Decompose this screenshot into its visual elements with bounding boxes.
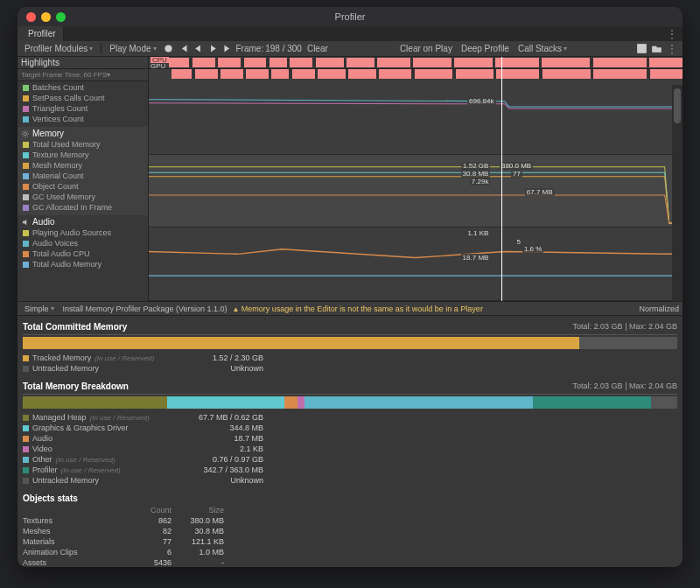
bar-segment[interactable] [579, 337, 677, 349]
load-button[interactable] [650, 42, 663, 55]
clear-on-play-toggle[interactable]: Clear on Play [396, 43, 456, 54]
row-value: Unknown [189, 476, 263, 485]
row-swatch [23, 415, 29, 421]
bar-segment[interactable] [298, 396, 304, 409]
legend-item[interactable]: Batches Count [21, 82, 148, 93]
legend-label: Vertices Count [32, 114, 84, 124]
legend-label: Playing Audio Sources [32, 228, 111, 238]
legend-swatch [23, 173, 29, 179]
titlebar[interactable]: Profiler [18, 7, 682, 26]
legend-item[interactable]: Object Count [21, 181, 148, 192]
row-swatch [23, 478, 29, 484]
legend-label: Total Used Memory [32, 139, 101, 150]
module-column: Highlights Target Frame Time: 60 FPS Bat… [18, 57, 149, 301]
legend-swatch [23, 184, 29, 190]
legend-swatch [23, 95, 29, 102]
bar-segment[interactable] [304, 396, 534, 409]
charts-area: Highlights Target Frame Time: 60 FPS Bat… [18, 57, 682, 302]
last-frame-button[interactable] [221, 42, 234, 55]
chart-column[interactable]: CPUGPU 696.84k [149, 57, 682, 301]
tab-menu-icon[interactable]: ⋮ [667, 28, 677, 40]
audio-chart[interactable]: 1.1 KB 5 1.6 % 18.7 MB [149, 228, 682, 301]
minimize-icon[interactable] [41, 12, 51, 22]
deep-profile-toggle[interactable]: Deep Profile [458, 43, 513, 54]
svg-point-3 [24, 132, 27, 136]
toolbar-menu-icon[interactable]: ⋮ [667, 43, 677, 55]
legend-item[interactable]: Mesh Memory [21, 160, 148, 171]
target-fps-dropdown[interactable]: Target Frame Time: 60 FPS [18, 69, 148, 81]
normalized-toggle[interactable]: Normalized [639, 304, 679, 313]
legend-swatch [23, 116, 29, 122]
memory-row: Audio 18.7 MB [23, 433, 677, 444]
legend-item[interactable]: Texture Memory [21, 150, 148, 160]
call-stacks-dropdown[interactable]: Call Stacks [514, 43, 570, 54]
stat-row: Assets5436- [23, 558, 677, 567]
profiler-modules-dropdown[interactable]: Profiler Modules [21, 43, 96, 54]
legend-item[interactable]: Total Audio Memory [21, 259, 148, 270]
gear-icon [21, 130, 30, 138]
legend-swatch [23, 106, 29, 112]
tab-bar: Profiler ⋮ [18, 26, 682, 41]
objects-stats-title: Objects stats [23, 491, 677, 506]
row-value: 344.8 MB [189, 424, 263, 432]
tab-profiler[interactable]: Profiler [18, 26, 64, 41]
chart-scrollbar[interactable] [672, 85, 682, 301]
committed-bar[interactable] [23, 337, 677, 349]
clear-button[interactable]: Clear [304, 43, 332, 54]
memory-module-header[interactable]: Memory [21, 128, 148, 139]
legend-label: Batches Count [32, 82, 84, 93]
first-frame-button[interactable] [177, 42, 190, 55]
legend-item[interactable]: GC Allocated In Frame [21, 202, 148, 213]
legend-label: Triangles Count [32, 103, 88, 114]
legend-item[interactable]: GC Used Memory [21, 192, 148, 202]
prev-frame-button[interactable] [192, 42, 205, 55]
stat-row: Meshes8230.8 MB [23, 527, 677, 537]
legend-item[interactable]: Triangles Count [21, 103, 148, 114]
record-button[interactable] [162, 42, 175, 55]
legend-item[interactable]: Total Used Memory [21, 139, 148, 150]
legend-item[interactable]: Vertices Count [21, 114, 148, 124]
close-icon[interactable] [26, 12, 36, 22]
bar-segment[interactable] [23, 337, 579, 349]
next-frame-button[interactable] [206, 42, 220, 55]
row-swatch [23, 446, 29, 452]
row-name: Untracked Memory [32, 364, 99, 373]
frame-bar-cpu[interactable] [169, 58, 682, 67]
stat-row: Textures862380.0 MB [23, 516, 677, 527]
bar-segment[interactable] [533, 396, 651, 409]
legend-item[interactable]: Total Audio CPU [21, 248, 148, 259]
zoom-icon[interactable] [56, 12, 66, 22]
highlights-header[interactable]: Highlights [18, 57, 148, 69]
bar-segment[interactable] [167, 396, 285, 409]
save-button[interactable] [635, 42, 648, 55]
memory-chart[interactable]: 1.52 GB 380.0 MB 30.8 MB 77 7.29k 67.7 M… [149, 155, 682, 228]
row-swatch [23, 436, 29, 442]
frame-bar-gpu[interactable] [172, 69, 682, 79]
breakdown-bar[interactable] [23, 396, 677, 409]
highlights-chart[interactable]: 696.84k [149, 81, 682, 155]
legend-label: SetPass Calls Count [32, 93, 105, 103]
row-name: Managed Heap [32, 413, 87, 422]
bar-segment[interactable] [284, 396, 298, 409]
memory-row: Video 2.1 KB [23, 444, 677, 454]
legend-item[interactable]: SetPass Calls Count [21, 93, 148, 103]
stat-row: Materials77121.1 KB [23, 537, 677, 548]
row-value: 0.76 / 0.97 GB [189, 455, 263, 464]
bar-segment[interactable] [23, 396, 167, 409]
row-name: Other [32, 455, 52, 464]
playmode-dropdown[interactable]: Play Mode [106, 43, 159, 54]
svg-point-1 [164, 45, 172, 52]
row-value: Unknown [189, 364, 263, 373]
detail-mode-dropdown[interactable]: Simple [21, 304, 58, 314]
detail-panel[interactable]: Total Committed MemoryTotal: 2.03 GB | M… [18, 316, 682, 567]
tab-label: Profiler [28, 29, 56, 38]
committed-title: Total Committed MemoryTotal: 2.03 GB | M… [23, 319, 677, 335]
bar-segment[interactable] [651, 396, 677, 409]
legend-item[interactable]: Playing Audio Sources [21, 228, 148, 238]
install-package-link[interactable]: Install Memory Profiler Package (Version… [63, 304, 228, 313]
legend-item[interactable]: Audio Voices [21, 238, 148, 248]
gpu-label: GPU [150, 63, 169, 69]
frame-value: 198 / 300 [265, 44, 302, 53]
legend-item[interactable]: Material Count [21, 171, 148, 181]
audio-module-header[interactable]: Audio [21, 216, 148, 228]
